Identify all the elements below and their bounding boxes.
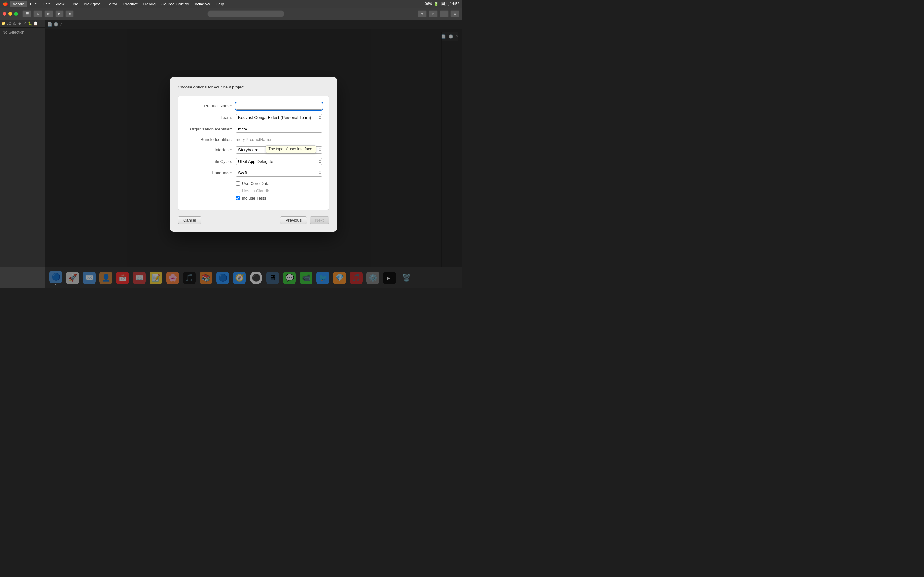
menu-help[interactable]: Help (213, 1, 227, 7)
editor-options-button[interactable]: ⊡ (439, 10, 449, 17)
menu-window[interactable]: Window (192, 1, 212, 7)
close-button[interactable] (3, 12, 6, 16)
menu-debug[interactable]: Debug (141, 1, 158, 7)
editor-area: 📄 🕐 ? No Selection Choose options for yo… (45, 20, 462, 288)
run-button[interactable]: ▶ (55, 10, 63, 17)
menu-editor[interactable]: Editor (104, 1, 120, 7)
lifecycle-select-wrapper: UIKit App Delegate ▲ ▼ (236, 158, 322, 165)
lifecycle-label: Life Cycle: (184, 159, 236, 164)
menubar-time: 周六 14:52 (441, 1, 459, 7)
product-name-row: Product Name: (184, 103, 322, 110)
report-icon[interactable]: 📋 (33, 21, 38, 27)
library-button[interactable]: ↵ (429, 10, 438, 17)
menu-navigate[interactable]: Navigate (81, 1, 103, 7)
language-select-wrapper: Swift ▲ ▼ (236, 169, 322, 177)
team-select-wrapper: Keovast Conga Eldest (Personal Team) ▲ ▼ (236, 114, 322, 121)
source-control-button[interactable]: ⊠ (33, 10, 42, 17)
back-nav-icon[interactable]: ‹ (39, 21, 43, 27)
apple-menu[interactable]: 🍎 (3, 1, 8, 6)
no-selection-label: No Selection (3, 30, 24, 35)
use-core-data-label: Use Core Data (242, 181, 270, 186)
navigator-content: No Selection (0, 27, 45, 288)
breakpoint-icon[interactable]: ◆ (17, 21, 22, 27)
org-identifier-label: Organization Identifier: (184, 127, 236, 131)
next-button[interactable]: Next (310, 216, 329, 224)
modal-overlay: Choose options for your new project: Pro… (45, 20, 462, 288)
add-button[interactable]: ＋ (418, 10, 427, 17)
menu-sourcecontrol[interactable]: Source Control (159, 1, 192, 7)
minimize-button[interactable] (8, 12, 12, 16)
toolbar: ☰ ⊠ ⊞ ▶ ■ ＋ ↵ ⊡ ≡ (0, 8, 462, 20)
language-select[interactable]: Swift (236, 169, 322, 177)
menu-product[interactable]: Product (121, 1, 140, 7)
org-identifier-row: Organization Identifier: (184, 126, 322, 133)
debug-icon[interactable]: 🐛 (28, 21, 33, 27)
cancel-button[interactable]: Cancel (178, 216, 202, 224)
dialog-nav: Previous Next (280, 216, 329, 224)
include-tests-row: Include Tests (184, 196, 322, 201)
dialog-form: Product Name: Team: Keovast Conga Eldest… (178, 96, 329, 210)
host-in-cloudkit-checkbox[interactable] (236, 189, 240, 193)
stop-button[interactable]: ■ (65, 10, 74, 17)
sidebar-toggle-button[interactable]: ☰ (23, 10, 31, 17)
host-in-cloudkit-row: Host in CloudKit (184, 189, 322, 193)
dialog-footer: Cancel Previous Next (178, 216, 329, 224)
team-row: Team: Keovast Conga Eldest (Personal Tea… (184, 114, 322, 121)
use-core-data-row: Use Core Data (184, 181, 322, 186)
main-area: 📁 ⎇ ⚠ ◆ ✓ 🐛 📋 ‹ No Selection 📄 🕐 ? (0, 20, 462, 288)
warning-icon[interactable]: ⚠ (12, 21, 17, 27)
menu-view[interactable]: View (53, 1, 67, 7)
language-label: Language: (184, 171, 236, 175)
menu-edit[interactable]: Edit (40, 1, 52, 7)
menu-file[interactable]: File (27, 1, 39, 7)
interface-row: Interface: Storyboard ▲ ▼ (184, 147, 322, 153)
language-row: Language: Swift ▲ ▼ (184, 169, 322, 177)
traffic-lights (3, 12, 18, 16)
folder-icon[interactable]: 📁 (1, 21, 6, 27)
toolbar-search-input[interactable] (207, 10, 284, 17)
test-icon[interactable]: ✓ (23, 21, 27, 27)
previous-button[interactable]: Previous (280, 216, 307, 224)
navigator-panel: 📁 ⎇ ⚠ ◆ ✓ 🐛 📋 ‹ No Selection (0, 20, 45, 288)
maximize-button[interactable] (14, 12, 18, 16)
xcode-window: ☰ ⊠ ⊞ ▶ ■ ＋ ↵ ⊡ ≡ 📁 ⎇ ⚠ ◆ ✓ 🐛 📋 ‹ (0, 8, 462, 288)
menu-xcode[interactable]: Xcode (10, 1, 27, 7)
git-icon[interactable]: ⎇ (7, 21, 11, 27)
menubar-battery: 96% 🔋 (425, 2, 438, 6)
product-name-input[interactable] (236, 103, 322, 110)
bundle-identifier-value: mcry.ProductName (236, 137, 322, 142)
navigator-toolbar: 📁 ⎇ ⚠ ◆ ✓ 🐛 📋 ‹ (0, 20, 45, 27)
include-tests-label: Include Tests (242, 196, 266, 201)
org-identifier-input[interactable] (236, 126, 322, 133)
product-name-label: Product Name: (184, 103, 236, 108)
lifecycle-select[interactable]: UIKit App Delegate (236, 158, 322, 165)
issues-button[interactable]: ⊞ (44, 10, 53, 17)
lifecycle-row: Life Cycle: UIKit App Delegate ▲ ▼ (184, 158, 322, 165)
bundle-identifier-row: Bundle Identifier: mcry.ProductName (184, 137, 322, 142)
new-project-dialog: Choose options for your new project: Pro… (170, 77, 337, 232)
team-label: Team: (184, 115, 236, 120)
team-select[interactable]: Keovast Conga Eldest (Personal Team) (236, 114, 322, 121)
menu-find[interactable]: Find (68, 1, 81, 7)
bundle-identifier-label: Bundle Identifier: (184, 137, 236, 142)
use-core-data-checkbox[interactable] (236, 181, 240, 185)
interface-tooltip: The type of user interface. (266, 145, 316, 153)
host-in-cloudkit-label: Host in CloudKit (242, 189, 272, 193)
dialog-title: Choose options for your new project: (178, 85, 329, 89)
interface-label: Interface: (184, 147, 236, 152)
menubar: 🍎 Xcode File Edit View Find Navigate Edi… (0, 0, 462, 8)
include-tests-checkbox[interactable] (236, 196, 240, 200)
inspector-toggle-button[interactable]: ≡ (451, 10, 459, 17)
